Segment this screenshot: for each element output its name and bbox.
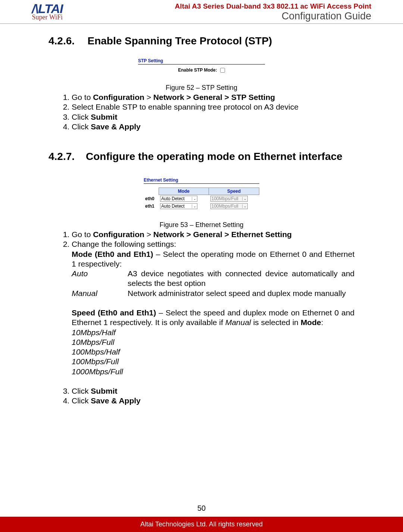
ethernet-setting-figure: Ethernet Setting Mode Speed eth0 Auto De… (144, 177, 259, 210)
header-right: Altai A3 Series Dual-band 3x3 802.11 ac … (175, 2, 371, 22)
section-title: Enable Spanning Tree Protocol (STP) (87, 35, 272, 47)
col-speed: Speed (209, 188, 259, 195)
enable-stp-label: Enable STP Mode: (178, 67, 217, 73)
eth-steps: Go to Configuration > Network > General … (72, 230, 354, 406)
ethernet-table: Mode Speed eth0 Auto Detect⌄ 100Mbps/Ful… (144, 188, 259, 210)
eth1-label: eth1 (144, 202, 159, 210)
page-header: /\LTAI Super WiFi Altai A3 Series Dual-b… (0, 0, 403, 24)
ethernet-panel-title: Ethernet Setting (144, 177, 259, 184)
page-number: 50 (0, 504, 403, 513)
mode-paragraph: Mode (Eth0 and Eth1) – Select the operat… (72, 249, 354, 269)
speed-opt: 1000Mbps/Full (72, 367, 354, 377)
stp-steps: Go to Configuration > Network > General … (72, 92, 354, 132)
def-auto: Auto A3 device negotiates with connected… (72, 269, 354, 289)
eth1-mode-select[interactable]: Auto Detect⌄ (160, 203, 197, 209)
eth0-speed-select[interactable]: 100Mbps/Full⌄ (210, 196, 248, 202)
table-row: eth0 Auto Detect⌄ 100Mbps/Full⌄ (144, 195, 259, 203)
chevron-down-icon: ⌄ (192, 197, 196, 201)
doc-product-title: Altai A3 Series Dual-band 3x3 802.11 ac … (175, 2, 371, 10)
stp-step-4: Click Save & Apply (72, 122, 354, 132)
chevron-down-icon: ⌄ (242, 204, 247, 208)
page-footer: Altai Technologies Ltd. All rights reser… (0, 517, 403, 532)
stp-setting-figure: STP Setting Enable STP Mode: (138, 58, 265, 73)
eth-step-3: Click Submit (72, 386, 354, 396)
speed-opt: 10Mbps/Full (72, 337, 354, 347)
def-key: Auto (72, 269, 128, 289)
logo: /\LTAI Super WiFi (32, 3, 63, 22)
eth0-label: eth0 (144, 195, 159, 203)
section-number: 4.2.6. (49, 35, 86, 47)
table-row: eth1 Auto Detect⌄ 100Mbps/Full⌄ (144, 202, 259, 210)
doc-subtitle: Configuration Guide (175, 10, 371, 22)
section-426-heading: 4.2.6. Enable Spanning Tree Protocol (ST… (49, 35, 354, 47)
stp-panel-title: STP Setting (138, 58, 265, 64)
speed-opt: 100Mbps/Full (72, 357, 354, 366)
eth-step-2: Change the following settings: Mode (Eth… (72, 239, 354, 386)
eth-step-4: Click Save & Apply (72, 396, 354, 406)
chevron-down-icon: ⌄ (242, 197, 247, 201)
stp-step-1: Go to Configuration > Network > General … (72, 92, 354, 102)
stp-step-3: Click Submit (72, 112, 354, 122)
figure-53-caption: Figure 53 – Ethernet Setting (49, 221, 354, 229)
speed-paragraph: Speed (Eth0 and Eth1) – Select the speed… (72, 308, 354, 328)
def-key: Manual (72, 289, 128, 298)
def-val: A3 device negotiates with connected devi… (128, 269, 354, 289)
section-427-heading: 4.2.7.Configure the operating mode on Et… (49, 147, 354, 166)
def-manual: Manual Network administrator select spee… (72, 289, 354, 298)
speed-opt: 100Mbps/Half (72, 347, 354, 357)
eth-step-1: Go to Configuration > Network > General … (72, 230, 354, 239)
logo-subtext: Super WiFi (32, 13, 62, 21)
speed-opt: 10Mbps/Half (72, 328, 354, 337)
chevron-down-icon: ⌄ (192, 204, 196, 208)
section-title: Configure the operating mode on Ethernet… (86, 147, 354, 166)
figure-52-caption: Figure 52 – STP Setting (49, 84, 354, 92)
enable-stp-checkbox[interactable] (220, 68, 225, 73)
stp-step-2: Select Enable STP to enable spanning tre… (72, 102, 354, 112)
eth0-mode-select[interactable]: Auto Detect⌄ (160, 196, 197, 202)
logo-text: /\LTAI (32, 3, 63, 15)
section-number: 4.2.7. (49, 147, 86, 166)
eth1-speed-select[interactable]: 100Mbps/Full⌄ (210, 203, 248, 209)
def-val: Network administrator select speed and d… (128, 289, 354, 298)
col-mode: Mode (159, 188, 209, 195)
